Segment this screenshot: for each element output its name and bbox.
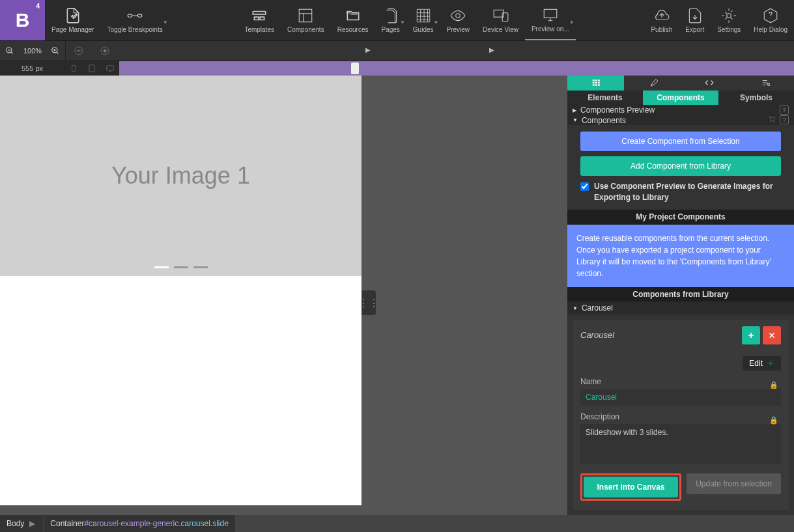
breakpoint-ruler[interactable]: ▶ ▶ [118, 41, 794, 61]
tab-elements[interactable]: Elements [567, 91, 643, 105]
toggle-breakpoints-button[interactable]: Toggle Breakpoints ▼ [101, 0, 169, 40]
export-icon [687, 7, 703, 24]
breadcrumb-container[interactable]: Container#carousel-example-generic.carou… [44, 515, 235, 532]
tab-components[interactable]: Components [643, 91, 718, 105]
add-component-button[interactable]: Add Component from Library [580, 156, 781, 176]
help-icon[interactable]: ? [780, 115, 789, 124]
device-view-icon [492, 7, 509, 24]
gear-icon [720, 7, 737, 24]
search-list-tab[interactable] [737, 76, 794, 91]
zoom-in-button[interactable] [46, 46, 65, 55]
minus-button[interactable] [69, 46, 89, 56]
pages-button[interactable]: Pages ▼ [375, 0, 406, 40]
lock-icon: 🔒 [769, 416, 778, 425]
caret-right-icon: ▶ [573, 107, 576, 113]
carousel-dot[interactable] [193, 266, 208, 268]
resize-handle[interactable]: ⋮⋮ [362, 290, 376, 315]
svg-rect-18 [592, 82, 594, 83]
panel-mode-tabs [567, 76, 794, 91]
card-title: Carousel [580, 330, 739, 340]
logo-badge: 4 [36, 3, 40, 10]
help-icon[interactable]: ? [780, 105, 789, 115]
export-button[interactable]: Export [679, 0, 711, 40]
plus-button[interactable] [95, 46, 115, 56]
app-logo[interactable]: B 4 [0, 0, 45, 40]
svg-rect-6 [544, 9, 557, 18]
carousel-dot[interactable] [154, 266, 169, 268]
right-panel: Elements Components Symbols ▶ Components… [567, 76, 794, 515]
breakpoints-icon [126, 7, 143, 24]
cart-icon[interactable] [768, 115, 776, 125]
resources-button[interactable]: Resources [331, 0, 375, 40]
components-header[interactable]: ▼ Components ? [567, 115, 794, 126]
device-view-button[interactable]: Device View [476, 0, 525, 40]
caret-down-icon: ▼ [573, 117, 578, 123]
templates-button[interactable]: Templates [238, 0, 281, 40]
carousel-indicators[interactable] [154, 266, 208, 268]
svg-rect-16 [595, 80, 597, 81]
guides-button[interactable]: Guides ▼ [406, 0, 440, 40]
size-handle[interactable] [351, 63, 359, 74]
breadcrumb: Body ▶ Container#carousel-example-generi… [0, 515, 567, 532]
components-button[interactable]: Components [281, 0, 331, 40]
placeholder-text: Your Image 1 [111, 162, 250, 189]
delete-carousel-button[interactable] [763, 326, 781, 344]
svg-rect-0 [128, 14, 132, 17]
canvas-page[interactable]: Your Image 1 [0, 76, 362, 505]
edit-button[interactable]: Edit [743, 356, 781, 371]
preview-button[interactable]: Preview [440, 0, 477, 40]
help-button[interactable]: Help Dialog [747, 0, 794, 40]
tab-symbols[interactable]: Symbols [718, 91, 794, 105]
create-component-button[interactable]: Create Component from Selection [580, 132, 781, 151]
chevron-right-icon: ▶ [28, 519, 36, 528]
ruler-marker-icon: ▶ [365, 46, 371, 53]
svg-rect-14 [107, 66, 114, 70]
svg-point-3 [456, 14, 461, 18]
breadcrumb-body[interactable]: Body ▶ [0, 515, 43, 532]
use-preview-checkbox[interactable] [580, 182, 589, 191]
zoom-out-button[interactable] [0, 46, 20, 55]
publish-button[interactable]: Publish [644, 0, 679, 40]
templates-icon [251, 7, 268, 24]
update-from-selection-button[interactable]: Update from selection [687, 473, 781, 494]
svg-point-25 [770, 362, 772, 364]
tablet-button[interactable] [83, 64, 101, 73]
code-tab[interactable] [681, 76, 737, 91]
carousel-dot[interactable] [174, 266, 188, 268]
settings-button[interactable]: Settings [711, 0, 747, 40]
monitor-icon [542, 7, 559, 23]
svg-rect-21 [592, 85, 594, 86]
info-box: Create reusable components from the curr… [567, 225, 794, 287]
svg-rect-23 [597, 85, 599, 86]
components-from-library-header: Components from Library [567, 287, 794, 302]
page-manager-icon [64, 7, 81, 24]
components-preview-header[interactable]: ▶ Components Preview ? [567, 105, 794, 115]
svg-rect-12 [72, 66, 76, 72]
preview-on-button[interactable]: Preview on... ▼ [525, 0, 576, 40]
eye-icon [449, 7, 466, 24]
zoom-bar: 100% ▶ ▶ [0, 40, 794, 61]
description-input[interactable] [580, 424, 781, 464]
grid-tab[interactable] [567, 76, 624, 91]
size-ruler[interactable] [119, 61, 794, 76]
canvas-area[interactable]: Your Image 1 ⋮⋮ [0, 76, 567, 515]
phone-portrait-button[interactable] [64, 64, 83, 73]
chevron-down-icon: ▼ [400, 20, 405, 25]
carousel-section-header[interactable]: ▼ Carousel [567, 301, 794, 315]
zoom-value: 100% [20, 47, 46, 55]
carousel-slide[interactable]: Your Image 1 [0, 76, 362, 276]
top-toolbar: B 4 Page Manager Toggle Breakpoints ▼ Te… [0, 0, 794, 40]
svg-rect-15 [592, 80, 594, 81]
logo-letter: B [16, 9, 30, 31]
name-input[interactable] [580, 389, 781, 406]
brush-tab[interactable] [624, 76, 681, 91]
my-project-components-header: My Project Components [567, 210, 794, 225]
page-manager-button[interactable]: Page Manager [45, 0, 101, 40]
add-carousel-button[interactable] [742, 326, 760, 344]
desktop-button[interactable] [101, 64, 119, 73]
resources-icon [345, 7, 362, 24]
svg-rect-17 [597, 80, 599, 81]
insert-into-canvas-button[interactable]: Insert into Canvas [584, 477, 678, 497]
svg-rect-19 [595, 82, 597, 83]
chevron-down-icon: ▼ [434, 20, 439, 25]
